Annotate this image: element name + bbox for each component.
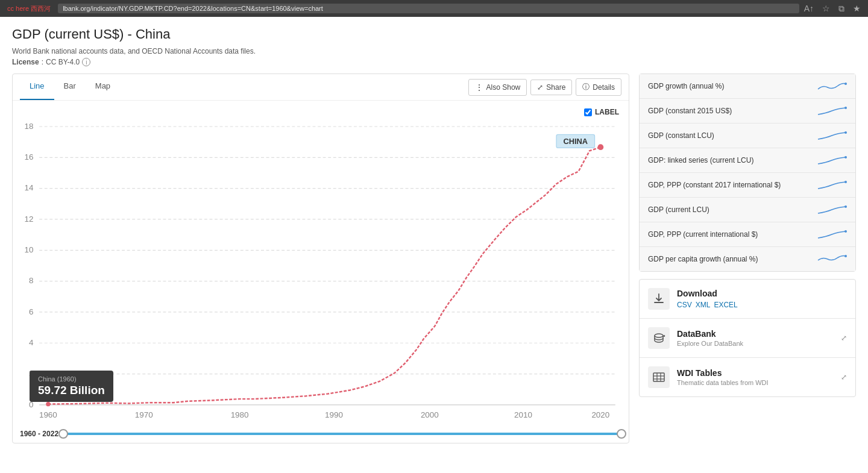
dot-2022 (597, 144, 603, 150)
related-item-4[interactable]: GDP, PPP (constant 2017 international $) (640, 173, 855, 198)
related-list: GDP growth (annual %) GDP (constant 2015… (639, 74, 856, 272)
download-title: Download (677, 289, 738, 298)
split-icon[interactable]: ⧉ (838, 4, 844, 14)
reader-icon[interactable]: A↑ (804, 4, 814, 14)
range-bar: 1960 - 2022 (13, 425, 629, 443)
svg-point-3 (844, 156, 847, 158)
resource-wdi[interactable]: WDI Tables Thematic data tables from WDI… (640, 358, 855, 396)
download-svg (652, 292, 665, 305)
right-sidebar: GDP growth (annual %) GDP (constant 2015… (639, 74, 856, 397)
databank-svg (652, 331, 665, 345)
related-item-5[interactable]: GDP (current LCU) (640, 198, 855, 222)
mini-chart-7 (817, 253, 847, 265)
mini-chart-4 (817, 179, 847, 191)
resource-databank[interactable]: DataBank Explore Our DataBank ⤢ (640, 319, 855, 358)
resource-download[interactable]: Download CSV XML EXCEL (640, 280, 855, 319)
svg-point-7 (844, 255, 847, 257)
related-item-0[interactable]: GDP growth (annual %) (640, 74, 855, 99)
browser-icons: A↑ ☆ ⧉ ★ (804, 4, 861, 14)
tooltip-year: China (1960) (38, 375, 105, 383)
range-label: 1960 - 2022 (20, 430, 58, 438)
tab-bar[interactable]: Bar (54, 74, 86, 100)
svg-point-2 (844, 131, 847, 134)
download-icon (648, 288, 670, 310)
related-item-3[interactable]: GDP: linked series (current LCU) (640, 148, 855, 173)
related-label-3: GDP: linked series (current LCU) (648, 156, 753, 164)
license-label: License (12, 58, 39, 66)
svg-point-6 (844, 230, 847, 233)
databank-ext-icon: ⤢ (841, 334, 847, 342)
resource-databank-info: DataBank Explore Our DataBank (677, 329, 743, 347)
chart-area: LABEL 18 16 14 12 10 8 6 4 2 (13, 101, 629, 443)
related-label-1: GDP (constant 2015 US$) (648, 107, 732, 115)
download-xml[interactable]: XML (696, 301, 711, 309)
related-item-1[interactable]: GDP (constant 2015 US$) (640, 99, 855, 124)
share-button[interactable]: ⤢ Share (530, 80, 572, 95)
browser-bar: cc here 西西河 lbank.org/indicator/NY.GDP.M… (0, 0, 868, 17)
related-label-0: GDP growth (annual %) (648, 82, 725, 90)
databank-sub: Explore Our DataBank (677, 340, 743, 347)
gdp-line (48, 147, 600, 404)
page-content: GDP (current US$) - China World Bank nat… (0, 17, 868, 443)
resource-wdi-info: WDI Tables Thematic data tables from WDI (677, 368, 769, 386)
svg-point-0 (844, 83, 847, 85)
related-item-6[interactable]: GDP, PPP (current international $) (640, 222, 855, 247)
also-show-label: Also Show (486, 83, 521, 92)
mini-chart-5 (817, 204, 847, 216)
svg-point-4 (844, 181, 847, 183)
related-label-7: GDP per capita growth (annual %) (648, 255, 758, 263)
toolbar-actions: ⋮ Also Show ⤢ Share ⓘ Details (468, 78, 621, 96)
wdi-sub: Thematic data tables from WDI (677, 379, 769, 386)
wdi-svg (652, 371, 665, 384)
mini-chart-0 (817, 80, 847, 92)
china-label-text: CHINA (563, 137, 588, 146)
mini-chart-2 (817, 130, 847, 142)
also-show-icon: ⋮ (475, 83, 483, 92)
license-value: CC BY-4.0 (46, 58, 80, 66)
range-slider-track[interactable] (63, 433, 621, 435)
download-csv[interactable]: CSV (677, 301, 692, 309)
y-label-16: 16 (24, 152, 33, 161)
browser-logo: cc here 西西河 (7, 4, 51, 13)
range-handle-left[interactable] (58, 429, 68, 439)
label-checkbox-input[interactable] (584, 108, 592, 116)
main-layout: Line Bar Map ⋮ Also Show ⤢ Share ⓘ (12, 74, 856, 443)
resource-list: Download CSV XML EXCEL (639, 279, 856, 397)
tab-line[interactable]: Line (20, 74, 54, 100)
x-label-2010: 2010 (514, 410, 532, 419)
tooltip: China (1960) 59.72 Billion (30, 371, 113, 402)
download-excel[interactable]: EXCEL (714, 301, 737, 309)
related-label-6: GDP, PPP (current international $) (648, 230, 758, 239)
mini-chart-1 (817, 105, 847, 117)
y-label-8: 8 (29, 276, 33, 285)
url-bar[interactable]: lbank.org/indicator/NY.GDP.MKTP.CD?end=2… (58, 4, 799, 13)
related-label-2: GDP (constant LCU) (648, 131, 714, 140)
chart-panel: Line Bar Map ⋮ Also Show ⤢ Share ⓘ (12, 74, 629, 443)
range-handle-right[interactable] (617, 429, 626, 439)
y-label-4: 4 (29, 338, 34, 347)
chart-tabs: Line Bar Map (20, 74, 120, 100)
svg-point-8 (655, 334, 663, 337)
label-checkbox-label: LABEL (595, 108, 619, 116)
details-label: Details (593, 83, 615, 92)
resource-download-info: Download CSV XML EXCEL (677, 289, 738, 309)
share-label: Share (546, 83, 565, 92)
share-icon: ⤢ (537, 83, 543, 92)
details-button[interactable]: ⓘ Details (576, 78, 621, 96)
tab-map[interactable]: Map (86, 74, 120, 100)
svg-point-1 (844, 107, 847, 109)
related-label-5: GDP (current LCU) (648, 205, 709, 214)
favorites-icon[interactable]: ★ (853, 4, 861, 14)
related-item-7[interactable]: GDP per capita growth (annual %) (640, 247, 855, 271)
x-label-1990: 1990 (325, 410, 343, 419)
license-info-icon[interactable]: i (82, 58, 90, 66)
also-show-button[interactable]: ⋮ Also Show (468, 79, 527, 96)
bookmark-icon[interactable]: ☆ (822, 4, 830, 14)
label-checkbox-row: LABEL (584, 108, 619, 116)
page-title: GDP (current US$) - China (12, 27, 856, 42)
related-item-2[interactable]: GDP (constant LCU) (640, 124, 855, 148)
x-label-1970: 1970 (135, 410, 153, 419)
svg-point-5 (844, 205, 847, 208)
mini-chart-3 (817, 154, 847, 166)
wdi-ext-icon: ⤢ (841, 373, 847, 381)
